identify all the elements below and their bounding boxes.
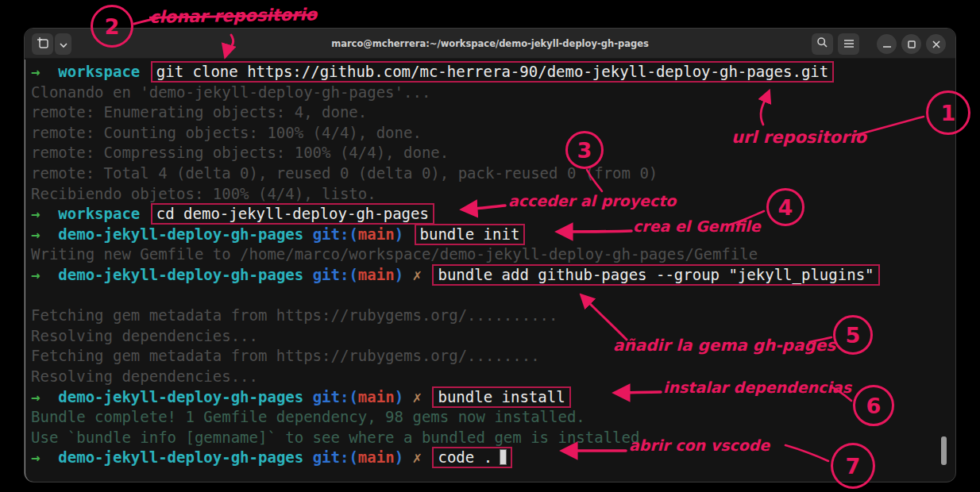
output-text: ✗ xyxy=(413,266,422,283)
output-text: main xyxy=(358,225,395,243)
output-text: remote: Enumerating objects: 4, done. xyxy=(31,103,367,121)
output-text: git:( xyxy=(313,225,358,243)
close-button[interactable] xyxy=(926,34,946,54)
output-text: ) xyxy=(395,448,403,466)
output-text: demo-jekyll-deploy-gh-pages xyxy=(58,266,303,283)
output-text: → xyxy=(31,205,40,222)
scrollbar-thumb[interactable] xyxy=(941,436,947,465)
annotation-label-url: url repositorio xyxy=(731,128,866,147)
output-text xyxy=(140,205,149,222)
output-text: remote: Total 4 (delta 0), reused 0 (del… xyxy=(31,164,658,182)
output-text: Resolving dependencies... xyxy=(31,327,258,344)
output-text: Fetching gem metadata from https://rubyg… xyxy=(31,306,558,324)
output-text xyxy=(303,225,312,243)
output-text: main xyxy=(358,448,395,466)
output-text xyxy=(403,388,412,406)
terminal-line: → workspace git clone https://github.com… xyxy=(31,62,951,83)
output-text xyxy=(40,205,58,222)
output-text: → xyxy=(31,225,40,243)
terminal-line: Bundle complete! 1 Gemfile dependency, 9… xyxy=(31,407,951,428)
search-button[interactable] xyxy=(812,33,833,55)
output-text xyxy=(422,388,430,406)
command-text: bundle add github-pages --group "jekyll_… xyxy=(432,264,879,286)
search-icon xyxy=(816,37,828,52)
output-text: ) xyxy=(395,225,403,243)
terminal-line: → demo-jekyll-deploy-gh-pages git:(main)… xyxy=(31,265,951,286)
output-text: Use `bundle info [gemname]` to see where… xyxy=(31,429,649,446)
command-text: git clone https://github.com/mc-herrera-… xyxy=(151,61,834,83)
terminal-line: Writing new Gemfile to /home/marco/works… xyxy=(31,244,951,265)
output-text xyxy=(303,388,312,406)
terminal-cursor xyxy=(500,449,507,465)
command-text: code . xyxy=(432,447,512,468)
output-text xyxy=(403,448,412,466)
output-text: main xyxy=(358,388,395,406)
menu-button[interactable] xyxy=(838,33,859,55)
maximize-icon xyxy=(908,37,916,52)
terminal-output: → workspace git clone https://github.com… xyxy=(25,60,955,482)
output-text: workspace xyxy=(58,63,140,80)
annotation-label-dependencias: instalar dependencias xyxy=(663,379,851,396)
terminal-line: remote: Total 4 (delta 0), reused 0 (del… xyxy=(31,163,951,184)
output-text: ) xyxy=(395,388,403,406)
output-text xyxy=(40,266,58,283)
output-text xyxy=(140,63,149,80)
step-circle-3: 3 xyxy=(565,131,604,169)
output-text xyxy=(403,266,412,283)
output-text: git:( xyxy=(313,448,358,466)
minimize-button[interactable] xyxy=(877,34,897,54)
output-text: remote: Counting objects: 100% (4/4), do… xyxy=(31,124,422,141)
annotation-label-acceder: acceder al proyecto xyxy=(508,192,676,209)
output-text xyxy=(303,266,312,283)
command-text: bundle init xyxy=(415,224,526,245)
step-circle-6: 6 xyxy=(853,385,894,426)
output-text xyxy=(40,448,58,466)
terminal-line xyxy=(31,286,951,306)
output-text: remote: Compressing objects: 100% (4/4),… xyxy=(31,144,449,161)
output-text xyxy=(403,225,412,243)
terminal-line: → demo-jekyll-deploy-gh-pages git:(main)… xyxy=(31,448,951,468)
output-text xyxy=(40,388,58,406)
output-text xyxy=(422,448,430,466)
terminal-header: marco@mcherrera:~/workspace/demo-jekyll-… xyxy=(25,29,955,59)
terminal-line: Fetching gem metadata from https://rubyg… xyxy=(31,306,951,326)
step-circle-1: 1 xyxy=(926,90,970,135)
output-text: Recibiendo objetos: 100% (4/4), listo. xyxy=(31,185,376,202)
annotation-label-gemfile: crea el Gemfile xyxy=(633,217,761,235)
output-text: main xyxy=(358,266,395,283)
menu-icon xyxy=(843,37,855,52)
terminal-line: → demo-jekyll-deploy-gh-pages git:(main)… xyxy=(31,225,951,245)
step-circle-5: 5 xyxy=(833,315,873,355)
output-text: demo-jekyll-deploy-gh-pages xyxy=(58,225,303,243)
maximize-button[interactable] xyxy=(901,34,921,54)
output-text: git:( xyxy=(313,266,358,283)
output-text: → xyxy=(31,63,40,80)
terminal-line: Clonando en 'demo-jekyll-deploy-gh-pages… xyxy=(31,83,951,103)
output-text xyxy=(40,225,58,243)
step-circle-7: 7 xyxy=(831,443,875,489)
step-circle-4: 4 xyxy=(766,188,804,226)
output-text xyxy=(303,448,312,466)
terminal-line: Recibiendo objetos: 100% (4/4), listo. xyxy=(31,184,951,205)
close-icon xyxy=(932,37,940,52)
output-text: workspace xyxy=(58,205,140,222)
output-text: → xyxy=(31,266,40,283)
terminal-line: Use `bundle info [gemname]` to see where… xyxy=(31,428,951,448)
output-text xyxy=(422,266,430,283)
output-text: → xyxy=(31,388,40,406)
terminal-window: marco@mcherrera:~/workspace/demo-jekyll-… xyxy=(24,28,956,482)
output-text: git:( xyxy=(313,388,358,406)
annotation-label-vscode: abrir con vscode xyxy=(629,436,770,454)
output-text xyxy=(40,63,58,80)
terminal-line: → workspace cd demo-jekyll-deploy-gh-pag… xyxy=(31,204,951,225)
output-text: ) xyxy=(395,266,403,283)
annotation-label-clonar: clonar repositorio xyxy=(149,5,317,27)
output-text: Bundle complete! 1 Gemfile dependency, 9… xyxy=(31,408,585,425)
output-text: demo-jekyll-deploy-gh-pages xyxy=(58,388,303,406)
output-text: Fetching gem metadata from https://rubyg… xyxy=(31,347,540,364)
command-text: bundle install xyxy=(432,386,570,408)
output-text: Clonando en 'demo-jekyll-deploy-gh-pages… xyxy=(31,83,430,101)
terminal-line: remote: Enumerating objects: 4, done. xyxy=(31,102,951,123)
output-text: → xyxy=(31,448,40,466)
output-text: ✗ xyxy=(413,448,422,466)
